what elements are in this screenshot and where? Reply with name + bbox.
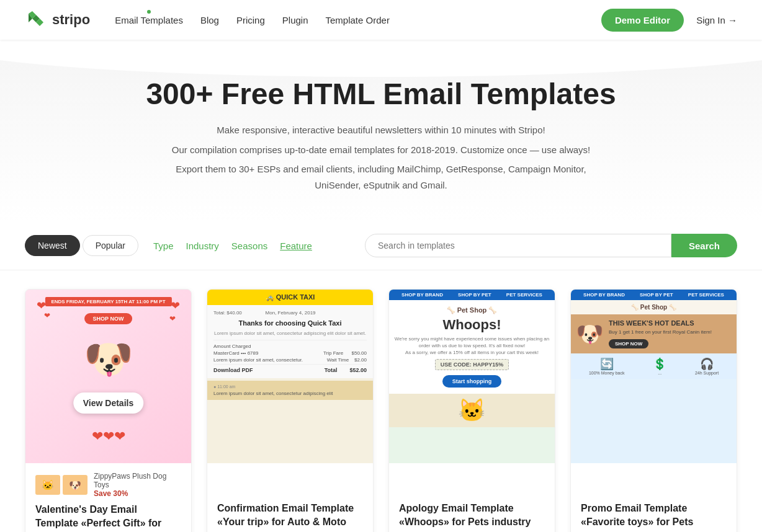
card-body-2: Confirmation Email Template «Your trip» … [207, 463, 373, 532]
hero-desc3: Export them to 30+ ESPs and email client… [164, 161, 598, 193]
search-container: Search [365, 234, 737, 257]
view-details-btn-2[interactable]: View Details [248, 365, 332, 388]
filter-industry[interactable]: Industry [186, 241, 218, 251]
signin-button[interactable]: Sign In → [696, 15, 737, 25]
card-thumb-save-1: Save 30% [94, 489, 181, 498]
demo-editor-button[interactable]: Demo Editor [601, 9, 684, 32]
filter-type[interactable]: Type [153, 241, 174, 251]
card-image-4[interactable]: SHOP BY BRANDSHOP BY PETPET SERVICES 🦴 P… [571, 290, 737, 463]
template-card-2: 🚕 QUICK TAXI Total: $40.00 Mon, February… [207, 289, 374, 532]
hero-section: 300+ Free HTML Email Templates Make resp… [0, 40, 762, 221]
search-button[interactable]: Search [671, 234, 737, 257]
card-thumb-spacer-2 [217, 472, 363, 502]
template-card-1: ENDS FRIDAY, FEBRUARY 15TH AT 11:00 PM P… [25, 289, 192, 532]
card-image-2[interactable]: 🚕 QUICK TAXI Total: $40.00 Mon, February… [207, 290, 373, 463]
tab-popular[interactable]: Popular [83, 235, 138, 256]
cards-grid: ENDS FRIDAY, FEBRUARY 15TH AT 11:00 PM P… [0, 270, 762, 532]
filter-tabs: Newest Popular [25, 235, 138, 256]
thumb-img-1b: 🐶 [63, 475, 87, 495]
card-title-1: Valentine's Day Email Template «Perfect … [35, 503, 181, 532]
hero-desc2: Our compilation comprises up-to-date ema… [164, 142, 598, 158]
card-body-3: Apology Email Template «Whoops» for Pets… [389, 463, 555, 532]
thumb-img-1a: 🐱 [35, 475, 60, 495]
filter-seasons[interactable]: Seasons [231, 241, 267, 251]
filter-feature[interactable]: Feature [280, 241, 312, 251]
nav-template-order[interactable]: Template Order [326, 15, 390, 25]
nav-blog[interactable]: Blog [200, 15, 219, 25]
hero-content: 300+ Free HTML Email Templates Make resp… [25, 77, 737, 193]
card-image-1[interactable]: ENDS FRIDAY, FEBRUARY 15TH AT 11:00 PM P… [25, 290, 191, 463]
tab-newest[interactable]: Newest [25, 235, 80, 256]
filter-links: Type Industry Seasons Feature [153, 241, 312, 251]
nav-email-templates[interactable]: Email Templates [115, 15, 183, 25]
search-input[interactable] [365, 234, 671, 257]
hero-title: 300+ Free HTML Email Templates [25, 77, 737, 111]
filter-bar: Newest Popular Type Industry Seasons Fea… [0, 221, 762, 270]
card-image-3[interactable]: SHOP BY BRANDSHOP BY PETPET SERVICES 🦴 P… [389, 290, 555, 463]
card-title-3: Apology Email Template «Whoops» for Pets… [399, 502, 545, 530]
hero-desc1: Make responsive, interactive beautiful n… [164, 122, 598, 138]
nav-links: Email Templates Blog Pricing Plugin Temp… [115, 15, 390, 25]
template-card-3: SHOP BY BRANDSHOP BY PETPET SERVICES 🦴 P… [388, 289, 555, 532]
navbar-left: stripo Email Templates Blog Pricing Plug… [25, 9, 390, 31]
card-thumb-name-1: ZippyPaws Plush Dog Toys [94, 472, 181, 489]
logo-text: stripo [52, 12, 90, 28]
template-card-4: SHOP BY BRANDSHOP BY PETPET SERVICES 🦴 P… [570, 289, 737, 532]
card-title-4: Promo Email Template «Favorite toys» for… [581, 502, 727, 532]
view-details-btn-3[interactable]: View Details [430, 365, 514, 388]
card-thumb-spacer-4 [581, 472, 727, 502]
view-details-btn-4[interactable]: View Details [612, 365, 696, 388]
navbar-right: Demo Editor Sign In → [601, 9, 737, 32]
card-thumb-info-1: ZippyPaws Plush Dog Toys Save 30% [94, 472, 181, 498]
card-body-1: 🐱 🐶 ZippyPaws Plush Dog Toys Save 30% Va… [25, 463, 191, 532]
nav-pricing[interactable]: Pricing [236, 15, 265, 25]
card-title-2: Confirmation Email Template «Your trip» … [217, 502, 363, 532]
card-body-4: Promo Email Template «Favorite toys» for… [571, 463, 737, 532]
card-thumb-spacer-3 [399, 472, 545, 502]
logo-icon [25, 9, 47, 31]
logo[interactable]: stripo [25, 9, 90, 31]
view-details-btn-1[interactable]: View Details [66, 365, 150, 388]
nav-plugin[interactable]: Plugin [282, 15, 308, 25]
card-thumb-row-1: 🐱 🐶 ZippyPaws Plush Dog Toys Save 30% [35, 472, 181, 498]
card-thumbs-1: 🐱 🐶 [35, 475, 87, 495]
navbar: stripo Email Templates Blog Pricing Plug… [0, 0, 762, 40]
